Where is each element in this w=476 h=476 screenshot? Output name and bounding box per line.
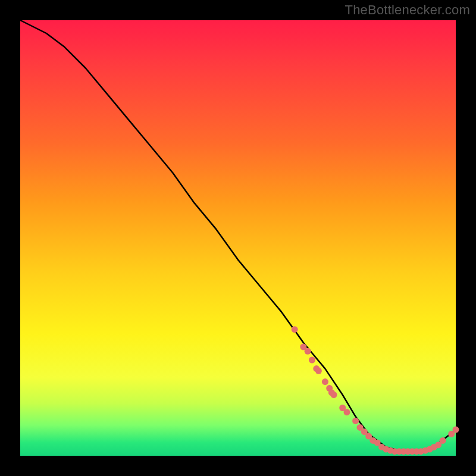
chart-marker (352, 418, 359, 424)
chart-frame: TheBottlenecker.com (0, 0, 476, 476)
chart-markers (292, 326, 459, 455)
chart-marker (453, 427, 459, 433)
chart-marker (309, 357, 315, 364)
chart-curve (20, 20, 456, 452)
chart-marker (315, 368, 322, 374)
chart-marker (322, 378, 328, 385)
chart-svg (20, 20, 456, 456)
watermark-text: TheBottlenecker.com (345, 2, 470, 18)
chart-marker (305, 348, 311, 355)
plot-area (20, 20, 456, 456)
chart-marker (292, 326, 298, 333)
chart-marker (344, 409, 350, 415)
chart-marker (331, 392, 337, 398)
chart-marker (440, 437, 446, 444)
